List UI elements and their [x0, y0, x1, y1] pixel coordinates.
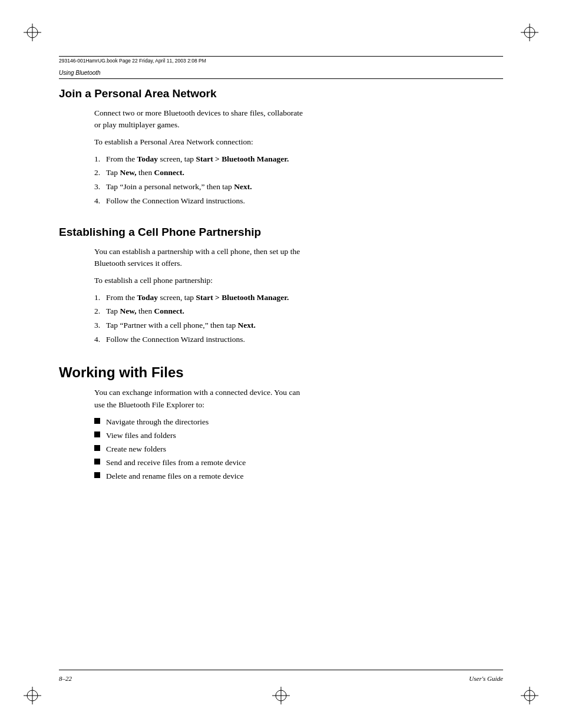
footer-page-num: 8–22 — [59, 675, 72, 682]
cell-phone-subheading: To establish a cell phone partnership: — [94, 275, 503, 286]
bullet-delete-text: Delete and rename files on a remote devi… — [106, 470, 244, 483]
bullet-delete: Delete and rename files on a remote devi… — [94, 470, 503, 483]
gap-2 — [59, 354, 503, 364]
cell-phone-step-3: 3.Tap “Partner with a cell phone,” then … — [94, 319, 503, 332]
bullet-navigate-text: Navigate through the directories — [106, 416, 209, 429]
working-files-bullets: Navigate through the directories View fi… — [94, 416, 503, 483]
bullet-icon-5 — [94, 472, 100, 478]
bullet-create: Create new folders — [94, 443, 503, 456]
heading-cell-phone: Establishing a Cell Phone Partnership — [59, 226, 503, 239]
reg-mark-tl — [24, 24, 41, 41]
reg-mark-br — [521, 687, 538, 704]
bullet-create-text: Create new folders — [106, 443, 166, 456]
cell-phone-block: You can establish a partnership with a c… — [94, 246, 503, 345]
bullet-send: Send and receive files from a remote dev… — [94, 456, 503, 470]
join-pan-block: Connect two or more Bluetooth devices to… — [94, 107, 503, 207]
join-pan-step-4: 4.Follow the Connection Wizard instructi… — [94, 195, 503, 207]
bullet-view-text: View files and folders — [106, 429, 176, 443]
bullet-icon-3 — [94, 445, 100, 451]
join-pan-steps: 1.From the Today screen, tap Start > Blu… — [94, 153, 503, 207]
footer-guide-title: User's Guide — [469, 675, 503, 682]
reg-mark-bl — [24, 687, 41, 704]
footer: 8–22 User's Guide — [59, 675, 503, 682]
join-pan-step-2: 2.Tap New, then Connect. — [94, 166, 503, 179]
header-bar: 293146-001HamrUG.book Page 22 Friday, Ap… — [59, 56, 503, 64]
bullet-navigate: Navigate through the directories — [94, 416, 503, 429]
bullet-send-text: Send and receive files from a remote dev… — [106, 456, 246, 470]
bullet-icon-2 — [94, 431, 100, 437]
section-label: Using Bluetooth — [59, 70, 101, 76]
working-files-block: You can exchange information with a conn… — [94, 387, 503, 483]
join-pan-step-1: 1.From the Today screen, tap Start > Blu… — [94, 153, 503, 166]
cell-phone-step-2: 2.Tap New, then Connect. — [94, 305, 503, 318]
join-pan-subheading: To establish a Personal Area Network con… — [94, 136, 503, 148]
join-pan-step-3: 3.Tap “Join a personal network,” then ta… — [94, 180, 503, 193]
cell-phone-step-4: 4.Follow the Connection Wizard instructi… — [94, 333, 503, 346]
bullet-icon-1 — [94, 418, 100, 424]
gap-1 — [59, 215, 503, 226]
header-rule — [59, 78, 503, 79]
cell-phone-steps: 1.From the Today screen, tap Start > Blu… — [94, 291, 503, 345]
bullet-view: View files and folders — [94, 429, 503, 443]
heading-join-pan: Join a Personal Area Network — [59, 87, 503, 100]
bullet-icon-4 — [94, 459, 100, 465]
join-pan-intro: Connect two or more Bluetooth devices to… — [94, 107, 503, 131]
cell-phone-step-1: 1.From the Today screen, tap Start > Blu… — [94, 291, 503, 304]
page: 293146-001HamrUG.book Page 22 Friday, Ap… — [0, 0, 562, 728]
heading-working-files: Working with Files — [59, 364, 503, 381]
file-info: 293146-001HamrUG.book Page 22 Friday, Ap… — [59, 58, 206, 64]
cell-phone-intro: You can establish a partnership with a c… — [94, 246, 503, 270]
reg-mark-tr — [521, 24, 538, 41]
reg-mark-bm — [272, 687, 290, 704]
main-content: Join a Personal Area Network Connect two… — [59, 87, 503, 651]
working-files-intro: You can exchange information with a conn… — [94, 387, 503, 411]
footer-rule — [59, 670, 503, 670]
